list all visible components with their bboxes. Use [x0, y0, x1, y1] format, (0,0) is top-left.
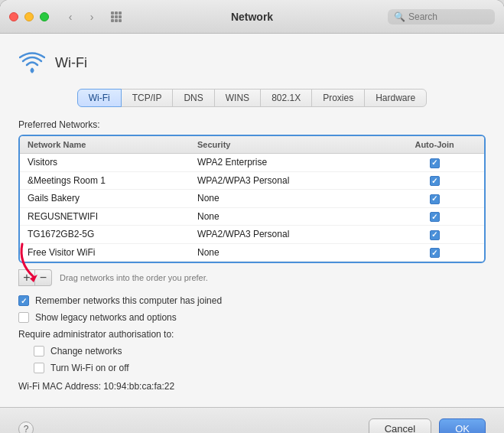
- autojoin-checkbox[interactable]: [430, 212, 440, 222]
- tab-hardware[interactable]: Hardware: [364, 89, 427, 107]
- search-input[interactable]: [408, 11, 489, 22]
- table-row[interactable]: TG1672GB2-5G WPA2/WPA3 Personal: [20, 226, 484, 244]
- remove-network-button[interactable]: −: [35, 269, 52, 286]
- wifi-header: Wi-Fi: [18, 49, 486, 77]
- table-row[interactable]: Visitors WPA2 Enterprise: [20, 154, 484, 172]
- nav-buttons: ‹ ›: [61, 8, 101, 26]
- minimize-button[interactable]: [24, 12, 34, 21]
- mac-address-value: 10:94:bb:ca:fa:22: [103, 381, 174, 392]
- svg-rect-8: [119, 19, 122, 22]
- network-autojoin: [385, 207, 484, 226]
- show-legacy-checkbox[interactable]: [18, 312, 29, 323]
- window-title: Network: [231, 11, 273, 23]
- remember-networks-row: ✓ Remember networks this computer has jo…: [18, 295, 486, 306]
- autojoin-checkbox[interactable]: [430, 230, 440, 240]
- col-network-name: Network Name: [20, 136, 190, 154]
- network-autojoin: [385, 190, 484, 208]
- networks-table: Network Name Security Auto-Join Visitors…: [20, 136, 484, 262]
- forward-button[interactable]: ›: [83, 8, 101, 26]
- tab-proxies[interactable]: Proxies: [311, 89, 365, 107]
- remember-networks-label: Remember networks this computer has join…: [35, 295, 222, 306]
- svg-rect-1: [115, 11, 118, 15]
- mac-address-label: Wi-Fi MAC Address:: [18, 381, 101, 392]
- network-autojoin: [385, 243, 484, 262]
- svg-point-9: [31, 69, 34, 73]
- col-security: Security: [190, 136, 385, 154]
- autojoin-checkbox[interactable]: [430, 158, 440, 168]
- autojoin-checkbox[interactable]: [430, 176, 440, 186]
- change-networks-row: Change networks: [34, 346, 486, 356]
- drag-hint: Drag networks into the order you prefer.: [60, 273, 208, 282]
- col-autojoin: Auto-Join: [385, 136, 484, 154]
- network-name: &Meetings Room 1: [20, 171, 190, 190]
- search-icon: 🔍: [394, 11, 405, 22]
- table-row[interactable]: REGUSNETWIFI None: [20, 207, 484, 226]
- traffic-lights: [9, 12, 49, 21]
- turn-wifi-label: Turn Wi-Fi on or off: [50, 363, 129, 373]
- svg-rect-5: [119, 15, 122, 18]
- network-name: Free Visitor WiFi: [20, 243, 190, 262]
- tab-wifi[interactable]: Wi-Fi: [77, 89, 122, 107]
- networks-table-container: Network Name Security Auto-Join Visitors…: [18, 135, 486, 263]
- network-security: WPA2/WPA3 Personal: [190, 226, 385, 244]
- table-row[interactable]: Free Visitor WiFi None: [20, 243, 484, 262]
- tab-bar: Wi-Fi TCP/IP DNS WINS 802.1X Proxies Har…: [18, 89, 486, 107]
- turn-wifi-row: Turn Wi-Fi on or off: [34, 363, 486, 373]
- svg-rect-2: [119, 11, 122, 15]
- close-button[interactable]: [9, 12, 18, 21]
- network-security: WPA2 Enterprise: [190, 154, 385, 172]
- autojoin-checkbox[interactable]: [430, 248, 440, 258]
- network-window: ‹ › Network 🔍: [0, 0, 504, 433]
- change-networks-checkbox[interactable]: [34, 346, 44, 356]
- title-bar: ‹ › Network 🔍: [0, 0, 504, 34]
- change-networks-label: Change networks: [50, 346, 122, 356]
- wifi-icon: [18, 49, 46, 77]
- svg-rect-7: [115, 19, 118, 22]
- help-button[interactable]: ?: [18, 422, 34, 434]
- bottom-bar: ? Cancel OK: [0, 407, 504, 433]
- tab-dns[interactable]: DNS: [172, 89, 214, 107]
- network-name: Gails Bakery: [20, 190, 190, 208]
- network-name: REGUSNETWIFI: [20, 207, 190, 226]
- require-admin-label: Require administrator authorisation to:: [18, 329, 486, 340]
- maximize-button[interactable]: [40, 12, 49, 21]
- autojoin-checkbox[interactable]: [430, 194, 440, 204]
- network-autojoin: [385, 154, 484, 172]
- action-buttons: Cancel OK: [369, 418, 486, 433]
- svg-rect-6: [111, 19, 114, 22]
- ok-button[interactable]: OK: [439, 418, 486, 433]
- network-autojoin: [385, 171, 484, 190]
- svg-rect-0: [111, 11, 114, 15]
- add-network-button[interactable]: +: [18, 269, 35, 286]
- preferred-networks-label: Preferred Networks:: [18, 119, 486, 130]
- tab-tcpip[interactable]: TCP/IP: [121, 89, 174, 107]
- remember-networks-checkbox[interactable]: ✓: [18, 295, 29, 306]
- network-name: TG1672GB2-5G: [20, 226, 190, 244]
- network-security: None: [190, 207, 385, 226]
- svg-rect-3: [111, 15, 114, 18]
- network-security: WPA2/WPA3 Personal: [190, 171, 385, 190]
- turn-wifi-checkbox[interactable]: [34, 363, 44, 373]
- search-bar[interactable]: 🔍: [388, 9, 495, 24]
- show-legacy-label: Show legacy networks and options: [35, 312, 177, 323]
- network-name: Visitors: [20, 154, 190, 172]
- cancel-button[interactable]: Cancel: [369, 418, 431, 433]
- mac-address: Wi-Fi MAC Address: 10:94:bb:ca:fa:22: [18, 381, 486, 392]
- back-button[interactable]: ‹: [61, 8, 80, 26]
- network-security: None: [190, 190, 385, 208]
- svg-rect-4: [115, 15, 118, 18]
- show-legacy-row: Show legacy networks and options: [18, 312, 486, 323]
- table-row[interactable]: &Meetings Room 1 WPA2/WPA3 Personal: [20, 171, 484, 190]
- network-security: None: [190, 243, 385, 262]
- grid-button[interactable]: [107, 8, 125, 26]
- tab-wins[interactable]: WINS: [214, 89, 261, 107]
- tab-8021x[interactable]: 802.1X: [260, 89, 312, 107]
- table-row[interactable]: Gails Bakery None: [20, 190, 484, 208]
- main-content: Wi-Fi Wi-Fi TCP/IP DNS WINS 802.1X Proxi…: [0, 34, 504, 407]
- wifi-title: Wi-Fi: [55, 55, 87, 71]
- network-autojoin: [385, 226, 484, 244]
